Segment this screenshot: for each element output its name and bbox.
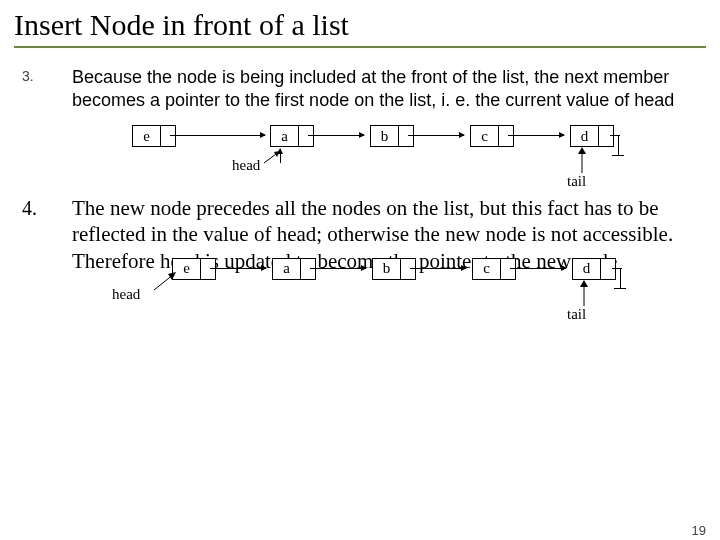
null-ground (612, 155, 624, 156)
node2-a: a (272, 258, 316, 280)
head-arrow-2 (152, 270, 180, 294)
list-text-3: Because the node is being included at th… (72, 66, 698, 111)
arrow2-a-to-b (310, 268, 366, 269)
node2-b-ptr (401, 259, 415, 279)
slide-title: Insert Node in front of a list (14, 8, 706, 44)
node-b-data: b (371, 126, 399, 146)
head-diag-icon (262, 149, 282, 165)
tail-label-2: tail (567, 306, 586, 323)
tail-arrow-2 (574, 280, 594, 308)
node2-c-ptr (501, 259, 515, 279)
null-vertical (618, 135, 619, 155)
node-e-data: e (133, 126, 161, 146)
node-d-ptr (599, 126, 613, 146)
diagram-1: e a b c d (62, 121, 698, 201)
svg-marker-1 (274, 151, 280, 157)
node2-d-data: d (573, 259, 601, 279)
arrow-c-to-d (508, 135, 564, 136)
node-c: c (470, 125, 514, 147)
head-arrow-1 (280, 149, 281, 163)
node-e: e (132, 125, 176, 147)
node2-d: d (572, 258, 616, 280)
arrow-b-to-c (408, 135, 464, 136)
null2-ground (614, 288, 626, 289)
svg-marker-7 (580, 280, 588, 287)
tail-label-1: tail (567, 173, 586, 190)
node2-c: c (472, 258, 516, 280)
node-d-data: d (571, 126, 599, 146)
node2-c-data: c (473, 259, 501, 279)
node2-e-ptr (201, 259, 215, 279)
arrow2-c-to-d (510, 268, 566, 269)
page-number: 19 (692, 523, 706, 538)
node-b-ptr (399, 126, 413, 146)
node-b: b (370, 125, 414, 147)
arrow-e-to-a (170, 135, 265, 136)
title-rule: Insert Node in front of a list (14, 8, 706, 48)
node-c-data: c (471, 126, 499, 146)
node-e-ptr (161, 126, 175, 146)
list-number-3: 3. (22, 66, 50, 111)
content-area: 3. Because the node is being included at… (0, 48, 720, 338)
svg-line-0 (264, 151, 280, 163)
arrow-a-to-b (308, 135, 364, 136)
tail-arrow-1 (572, 147, 592, 175)
head-label-2: head (112, 286, 140, 303)
node2-b: b (372, 258, 416, 280)
list-number-4: 4. (22, 195, 50, 274)
list-item-3: 3. Because the node is being included at… (22, 66, 698, 111)
svg-marker-5 (168, 272, 176, 280)
null2-vertical (620, 268, 621, 288)
node2-b-data: b (373, 259, 401, 279)
node-a-data: a (271, 126, 299, 146)
node2-d-ptr (601, 259, 615, 279)
node2-a-ptr (301, 259, 315, 279)
diagram-2: e a b c d (62, 258, 698, 338)
node-c-ptr (499, 126, 513, 146)
head-label-1: head (232, 157, 260, 174)
node-d: d (570, 125, 614, 147)
arrow2-b-to-c (410, 268, 466, 269)
arrow2-e-to-a (210, 268, 266, 269)
slide: Insert Node in front of a list 3. Becaus… (0, 8, 720, 540)
node-a: a (270, 125, 314, 147)
node-a-ptr (299, 126, 313, 146)
node2-a-data: a (273, 259, 301, 279)
svg-marker-3 (578, 147, 586, 154)
